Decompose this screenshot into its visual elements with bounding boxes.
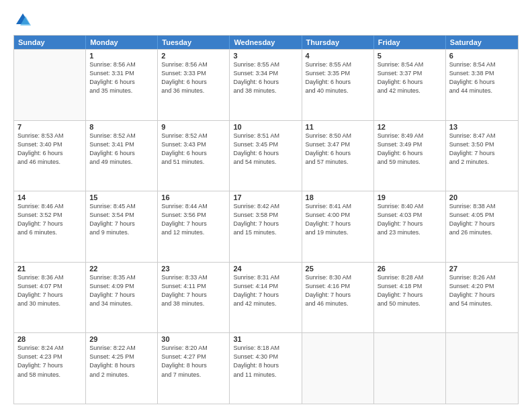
calendar: SundayMondayTuesdayWednesdayThursdayFrid…: [13, 35, 519, 404]
cal-cell: 6Sunrise: 8:54 AM Sunset: 3:38 PM Daylig…: [446, 50, 518, 120]
day-number: 27: [449, 265, 515, 273]
cal-cell: 28Sunrise: 8:24 AM Sunset: 4:23 PM Dayli…: [14, 333, 86, 404]
day-info: Sunrise: 8:31 AM Sunset: 4:14 PM Dayligh…: [233, 273, 298, 308]
cal-cell: 20Sunrise: 8:38 AM Sunset: 4:05 PM Dayli…: [446, 191, 518, 262]
day-number: 24: [233, 265, 298, 273]
day-info: Sunrise: 8:52 AM Sunset: 3:43 PM Dayligh…: [161, 132, 226, 167]
cal-cell: 21Sunrise: 8:36 AM Sunset: 4:07 PM Dayli…: [14, 263, 86, 333]
day-info: Sunrise: 8:30 AM Sunset: 4:16 PM Dayligh…: [306, 273, 370, 308]
cal-week-row: 1Sunrise: 8:56 AM Sunset: 3:31 PM Daylig…: [14, 49, 518, 120]
calendar-header-row: SundayMondayTuesdayWednesdayThursdayFrid…: [14, 36, 518, 49]
cal-header-cell: Thursday: [302, 36, 374, 49]
day-number: 28: [17, 335, 82, 343]
day-info: Sunrise: 8:47 AM Sunset: 3:50 PM Dayligh…: [449, 132, 515, 167]
day-number: 19: [378, 193, 442, 201]
cal-cell: 16Sunrise: 8:44 AM Sunset: 3:56 PM Dayli…: [158, 191, 230, 262]
cal-cell: 18Sunrise: 8:41 AM Sunset: 4:00 PM Dayli…: [302, 191, 374, 262]
cal-cell: 12Sunrise: 8:49 AM Sunset: 3:49 PM Dayli…: [374, 121, 446, 191]
cal-cell: 3Sunrise: 8:55 AM Sunset: 3:34 PM Daylig…: [230, 50, 302, 120]
day-info: Sunrise: 8:41 AM Sunset: 4:00 PM Dayligh…: [306, 202, 370, 237]
day-info: Sunrise: 8:40 AM Sunset: 4:03 PM Dayligh…: [378, 202, 442, 237]
cal-cell: 10Sunrise: 8:51 AM Sunset: 3:45 PM Dayli…: [230, 121, 302, 191]
cal-header-cell: Monday: [86, 36, 158, 49]
logo: [13, 11, 35, 30]
day-info: Sunrise: 8:22 AM Sunset: 4:25 PM Dayligh…: [89, 344, 154, 379]
day-info: Sunrise: 8:24 AM Sunset: 4:23 PM Dayligh…: [17, 344, 82, 379]
cal-cell: 7Sunrise: 8:53 AM Sunset: 3:40 PM Daylig…: [14, 121, 86, 191]
day-number: 20: [449, 193, 515, 201]
cal-cell: 9Sunrise: 8:52 AM Sunset: 3:43 PM Daylig…: [158, 121, 230, 191]
day-info: Sunrise: 8:28 AM Sunset: 4:18 PM Dayligh…: [378, 273, 442, 308]
day-info: Sunrise: 8:49 AM Sunset: 3:49 PM Dayligh…: [378, 132, 442, 167]
day-number: 18: [306, 193, 370, 201]
cal-week-row: 28Sunrise: 8:24 AM Sunset: 4:23 PM Dayli…: [14, 332, 518, 404]
calendar-body: 1Sunrise: 8:56 AM Sunset: 3:31 PM Daylig…: [14, 49, 518, 404]
day-number: 17: [233, 193, 298, 201]
day-number: 31: [233, 335, 298, 343]
day-info: Sunrise: 8:36 AM Sunset: 4:07 PM Dayligh…: [17, 273, 82, 308]
day-info: Sunrise: 8:50 AM Sunset: 3:47 PM Dayligh…: [306, 132, 370, 167]
day-number: 7: [17, 123, 82, 131]
cal-cell: [14, 50, 86, 120]
cal-cell: 14Sunrise: 8:46 AM Sunset: 3:52 PM Dayli…: [14, 191, 86, 262]
day-info: Sunrise: 8:52 AM Sunset: 3:41 PM Dayligh…: [89, 132, 154, 167]
cal-cell: 22Sunrise: 8:35 AM Sunset: 4:09 PM Dayli…: [86, 263, 158, 333]
cal-cell: 19Sunrise: 8:40 AM Sunset: 4:03 PM Dayli…: [374, 191, 446, 262]
cal-cell: 30Sunrise: 8:20 AM Sunset: 4:27 PM Dayli…: [158, 333, 230, 404]
day-info: Sunrise: 8:56 AM Sunset: 3:31 PM Dayligh…: [89, 60, 154, 95]
cal-cell: 13Sunrise: 8:47 AM Sunset: 3:50 PM Dayli…: [446, 121, 518, 191]
cal-cell: [302, 333, 374, 404]
day-number: 9: [161, 123, 226, 131]
day-number: 11: [306, 123, 370, 131]
day-number: 4: [306, 52, 370, 60]
cal-header-cell: Tuesday: [158, 36, 230, 49]
cal-cell: 2Sunrise: 8:56 AM Sunset: 3:33 PM Daylig…: [158, 50, 230, 120]
cal-cell: 15Sunrise: 8:45 AM Sunset: 3:54 PM Dayli…: [86, 191, 158, 262]
day-number: 8: [89, 123, 154, 131]
cal-week-row: 21Sunrise: 8:36 AM Sunset: 4:07 PM Dayli…: [14, 262, 518, 333]
cal-header-cell: Wednesday: [230, 36, 302, 49]
day-number: 22: [89, 265, 154, 273]
cal-cell: 5Sunrise: 8:54 AM Sunset: 3:37 PM Daylig…: [374, 50, 446, 120]
cal-cell: 17Sunrise: 8:42 AM Sunset: 3:58 PM Dayli…: [230, 191, 302, 262]
cal-cell: 29Sunrise: 8:22 AM Sunset: 4:25 PM Dayli…: [86, 333, 158, 404]
day-number: 12: [378, 123, 442, 131]
day-info: Sunrise: 8:35 AM Sunset: 4:09 PM Dayligh…: [89, 273, 154, 308]
day-number: 25: [306, 265, 370, 273]
cal-cell: 31Sunrise: 8:18 AM Sunset: 4:30 PM Dayli…: [230, 333, 302, 404]
day-number: 5: [378, 52, 442, 60]
day-number: 30: [161, 335, 226, 343]
cal-cell: 24Sunrise: 8:31 AM Sunset: 4:14 PM Dayli…: [230, 263, 302, 333]
day-info: Sunrise: 8:38 AM Sunset: 4:05 PM Dayligh…: [449, 202, 515, 237]
day-number: 29: [89, 335, 154, 343]
cal-cell: 1Sunrise: 8:56 AM Sunset: 3:31 PM Daylig…: [86, 50, 158, 120]
cal-cell: 4Sunrise: 8:55 AM Sunset: 3:35 PM Daylig…: [302, 50, 374, 120]
day-info: Sunrise: 8:42 AM Sunset: 3:58 PM Dayligh…: [233, 202, 298, 237]
cal-header-cell: Friday: [374, 36, 446, 49]
cal-cell: 11Sunrise: 8:50 AM Sunset: 3:47 PM Dayli…: [302, 121, 374, 191]
day-info: Sunrise: 8:56 AM Sunset: 3:33 PM Dayligh…: [161, 60, 226, 95]
cal-cell: [374, 333, 446, 404]
day-number: 1: [89, 52, 154, 60]
day-number: 21: [17, 265, 82, 273]
day-number: 15: [89, 193, 154, 201]
day-info: Sunrise: 8:18 AM Sunset: 4:30 PM Dayligh…: [233, 344, 298, 379]
day-info: Sunrise: 8:55 AM Sunset: 3:35 PM Dayligh…: [306, 60, 370, 95]
cal-cell: 25Sunrise: 8:30 AM Sunset: 4:16 PM Dayli…: [302, 263, 374, 333]
cal-cell: 27Sunrise: 8:26 AM Sunset: 4:20 PM Dayli…: [446, 263, 518, 333]
day-info: Sunrise: 8:54 AM Sunset: 3:38 PM Dayligh…: [449, 60, 515, 95]
day-info: Sunrise: 8:33 AM Sunset: 4:11 PM Dayligh…: [161, 273, 226, 308]
cal-cell: 23Sunrise: 8:33 AM Sunset: 4:11 PM Dayli…: [158, 263, 230, 333]
cal-cell: 8Sunrise: 8:52 AM Sunset: 3:41 PM Daylig…: [86, 121, 158, 191]
day-number: 2: [161, 52, 226, 60]
day-number: 13: [449, 123, 515, 131]
cal-header-cell: Sunday: [14, 36, 86, 49]
cal-header-cell: Saturday: [446, 36, 518, 49]
cal-week-row: 7Sunrise: 8:53 AM Sunset: 3:40 PM Daylig…: [14, 120, 518, 191]
day-info: Sunrise: 8:46 AM Sunset: 3:52 PM Dayligh…: [17, 202, 82, 237]
day-info: Sunrise: 8:26 AM Sunset: 4:20 PM Dayligh…: [449, 273, 515, 308]
cal-cell: 26Sunrise: 8:28 AM Sunset: 4:18 PM Dayli…: [374, 263, 446, 333]
day-info: Sunrise: 8:55 AM Sunset: 3:34 PM Dayligh…: [233, 60, 298, 95]
day-number: 16: [161, 193, 226, 201]
day-number: 14: [17, 193, 82, 201]
